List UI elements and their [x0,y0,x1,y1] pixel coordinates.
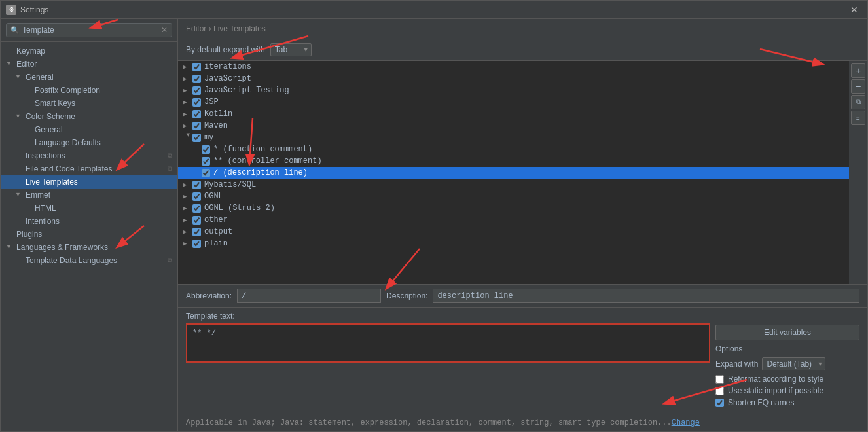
tpl-item-my-ctrl[interactable]: ▶ ** (controller comment) [178,155,849,167]
move-button[interactable]: ≡ [851,111,865,125]
tpl-arrow[interactable]: ▶ [183,240,192,247]
tpl-name: JavaScript [204,74,251,83]
tree-spacer [24,139,32,147]
applicable-change-link[interactable]: Change [672,418,700,427]
tpl-item-maven[interactable]: ▶ Maven [178,120,849,132]
template-text-container: Template text: ** */ [186,312,710,410]
sidebar-item-general[interactable]: ▼ General [1,71,177,84]
expand-with-row: Expand with Default (Tab) Tab Enter Spac… [715,357,859,370]
tpl-checkbox-my-desc[interactable] [202,169,210,177]
tpl-item-ognl-struts[interactable]: ▶ OGNL (Struts 2) [178,202,849,214]
tpl-item-kotlin[interactable]: ▶ Kotlin [178,108,849,120]
tpl-arrow[interactable]: ▶ [183,122,192,130]
tpl-checkbox-output[interactable] [192,228,201,236]
tpl-arrow[interactable]: ▶ [183,63,192,71]
add-button[interactable]: + [851,63,865,78]
tpl-checkbox-plain[interactable] [192,240,201,248]
tpl-arrow[interactable]: ▶ [183,87,192,94]
tpl-checkbox-ognl-struts[interactable] [192,204,201,213]
expand-select[interactable]: Tab Enter Space [270,43,312,56]
sidebar-item-keymap[interactable]: Keymap [1,45,177,58]
copy-icon: ⧉ [168,165,172,173]
edit-variables-button[interactable]: Edit variables [715,325,859,340]
search-input[interactable] [22,26,161,35]
tpl-item-my-func[interactable]: ▶ * (function commment) [178,143,849,155]
shorten-fq-checkbox[interactable] [715,399,724,407]
tpl-item-mybatis[interactable]: ▶ Mybatis/SQL [178,179,849,190]
tpl-checkbox-javascript[interactable] [192,75,201,83]
sidebar-item-color-general[interactable]: General [1,123,177,136]
search-wrapper[interactable]: 🔍 ✕ [6,23,172,37]
tpl-item-my-desc[interactable]: ▶ / (description line) [178,167,849,179]
tpl-arrow[interactable]: ▶ [183,205,192,212]
remove-button[interactable]: − [851,79,865,94]
sidebar-item-inspections[interactable]: Inspections ⧉ [1,149,177,162]
tpl-checkbox-ognl[interactable] [192,192,201,201]
tpl-checkbox-jsp[interactable] [192,98,201,107]
sidebar-item-live-templates[interactable]: Live Templates [1,175,177,189]
tpl-item-output[interactable]: ▶ output [178,226,849,238]
templates-list[interactable]: ▶ iterations ▶ JavaScript ▶ JavaScr [178,61,849,284]
tpl-item-javascript[interactable]: ▶ JavaScript [178,73,849,84]
tpl-checkbox-iterations[interactable] [192,63,201,71]
tpl-arrow[interactable]: ▶ [183,111,192,118]
breadcrumb: Editor › Live Templates [178,19,867,39]
tpl-arrow[interactable]: ▶ [185,133,192,142]
tpl-item-my[interactable]: ▶ my [178,132,849,143]
sidebar-item-language-defaults[interactable]: Language Defaults [1,136,177,149]
template-text-content[interactable]: ** */ [186,323,710,363]
reformat-label: Reformat according to style [728,374,823,384]
tpl-item-iterations[interactable]: ▶ iterations [178,61,849,73]
sidebar-item-label: File and Code Templates [26,164,113,173]
sidebar-item-intentions[interactable]: Intentions [1,215,177,228]
sidebar-item-editor[interactable]: ▼ Editor [1,58,177,71]
tpl-checkbox-my[interactable] [192,134,201,142]
tpl-checkbox-my-ctrl[interactable] [202,157,210,166]
search-clear-icon[interactable]: ✕ [161,26,168,35]
copy-button[interactable]: ⧉ [851,95,865,109]
tree-arrow-color-scheme: ▼ [15,113,23,120]
tpl-checkbox-js-testing[interactable] [192,86,201,95]
tpl-item-jsp[interactable]: ▶ JSP [178,96,849,108]
main-content: 🔍 ✕ Keymap ▼ Editor ▼ [1,19,867,431]
tpl-checkbox-other[interactable] [192,216,201,225]
abbreviation-input[interactable] [237,289,381,303]
tpl-item-javascript-testing[interactable]: ▶ JavaScript Testing [178,84,849,96]
tpl-item-plain[interactable]: ▶ plain [178,238,849,249]
tpl-arrow[interactable]: ▶ [183,99,192,106]
tpl-checkbox-mybatis[interactable] [192,181,201,189]
tpl-item-ognl[interactable]: ▶ OGNL [178,190,849,202]
tpl-item-other[interactable]: ▶ other [178,214,849,226]
sidebar-item-color-scheme[interactable]: ▼ Color Scheme [1,110,177,123]
sidebar-item-html[interactable]: HTML [1,202,177,215]
sidebar-item-file-code-templates[interactable]: File and Code Templates ⧉ [1,162,177,175]
tpl-arrow[interactable]: ▶ [183,181,192,189]
tree-arrow-editor: ▼ [6,60,14,68]
tree-spacer [15,178,23,186]
sidebar-item-label: Languages & Frameworks [16,243,108,252]
static-import-checkbox[interactable] [715,387,724,395]
tpl-arrow[interactable]: ▶ [183,193,192,200]
tpl-checkbox-maven[interactable] [192,122,201,130]
sidebar-item-emmet[interactable]: ▼ Emmet [1,189,177,202]
sidebar-item-smart-keys[interactable]: Smart Keys [1,97,177,110]
tpl-checkbox-kotlin[interactable] [192,110,201,118]
tpl-arrow[interactable]: ▶ [183,228,192,236]
search-box: 🔍 ✕ [1,19,177,42]
expand-with-select[interactable]: Default (Tab) Tab Enter Space [762,357,825,370]
static-import-label: Use static import if possible [728,386,823,395]
reformat-checkbox[interactable] [715,375,724,384]
sidebar-item-label: Smart Keys [35,99,75,108]
sidebar-item-plugins[interactable]: Plugins [1,228,177,241]
close-button[interactable]: ✕ [846,3,862,16]
tpl-arrow[interactable]: ▶ [183,217,192,224]
bottom-panel: Abbreviation: Description: Template text… [178,284,867,431]
sidebar-item-template-data[interactable]: Template Data Languages ⧉ [1,254,177,267]
tpl-checkbox-my-func[interactable] [202,145,210,154]
tpl-arrow[interactable]: ▶ [183,75,192,82]
description-input[interactable] [433,289,859,303]
sidebar-item-languages-frameworks[interactable]: ▼ Languages & Frameworks [1,241,177,254]
sidebar-item-postfix[interactable]: Postfix Completion [1,84,177,97]
tpl-name: OGNL [204,192,223,201]
tree-spacer [24,204,32,212]
